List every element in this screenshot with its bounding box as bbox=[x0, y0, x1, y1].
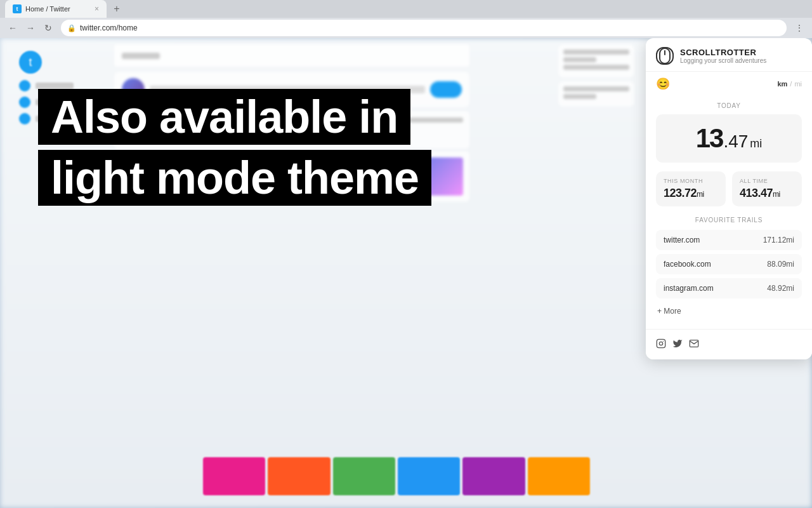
today-unit: mi bbox=[750, 137, 762, 150]
trending-card bbox=[558, 44, 634, 77]
overlay-text-block: Also available in light mode theme bbox=[0, 89, 622, 206]
app-name: SCROLLTROTTER bbox=[680, 48, 766, 57]
unit-mi[interactable]: mi bbox=[794, 80, 802, 88]
this-month-card: THIS MONTH 123.72mi bbox=[656, 171, 726, 206]
trending-line bbox=[563, 57, 596, 62]
color-segment-pink bbox=[203, 457, 265, 495]
this-month-value: 123.72mi bbox=[664, 187, 718, 200]
stats-row: THIS MONTH 123.72mi ALL TIME 413.47mi bbox=[656, 171, 802, 206]
tab-close-icon[interactable]: × bbox=[95, 4, 99, 13]
twitter-bird-icon: t bbox=[19, 51, 42, 74]
color-bar-preview bbox=[203, 457, 590, 495]
email-icon[interactable] bbox=[689, 338, 699, 351]
trail-row-facebook: facebook.com 88.09mi bbox=[656, 254, 802, 274]
this-month-unit: mi bbox=[697, 190, 704, 199]
trail-value: 48.92mi bbox=[767, 284, 794, 293]
url-text: twitter.com/home bbox=[80, 23, 138, 32]
reload-button[interactable]: ↻ bbox=[41, 20, 56, 36]
mouse-icon bbox=[656, 47, 674, 65]
emoji-unit-row: 😊 km / mi bbox=[646, 72, 812, 93]
trails-label: FAVOURITE TRAILS bbox=[656, 217, 802, 224]
today-num-decimal: .47 bbox=[723, 131, 748, 152]
forward-button[interactable]: → bbox=[23, 20, 38, 36]
trending-line bbox=[563, 50, 629, 55]
color-segment-blue bbox=[398, 457, 460, 495]
unit-separator: / bbox=[790, 80, 792, 88]
widget-title-group: SCROLLTROTTER Logging your scroll advent… bbox=[680, 48, 766, 64]
more-link-container[interactable]: + More bbox=[656, 302, 802, 319]
trail-row-instagram: instagram.com 48.92mi bbox=[656, 278, 802, 298]
this-month-decimal: .72 bbox=[682, 187, 697, 199]
trail-value: 88.09mi bbox=[767, 260, 794, 269]
scrolltrotter-widget: SCROLLTROTTER Logging your scroll advent… bbox=[646, 38, 812, 359]
tab-label: Home / Twitter bbox=[25, 5, 70, 13]
today-label: TODAY bbox=[656, 102, 802, 109]
all-time-card: ALL TIME 413.47mi bbox=[732, 171, 802, 206]
today-card: 13 .47 mi bbox=[656, 114, 802, 163]
browser-frame: t Home / Twitter × + ← → ↻ 🔒 twitter.com… bbox=[0, 0, 812, 508]
browser-chrome: t Home / Twitter × + ← → ↻ 🔒 twitter.com… bbox=[0, 0, 812, 38]
svg-rect-3 bbox=[657, 339, 665, 347]
feed-header bbox=[114, 44, 469, 67]
trail-name: instagram.com bbox=[664, 284, 714, 293]
color-segment-orange bbox=[268, 457, 330, 495]
unit-km[interactable]: km bbox=[777, 80, 787, 88]
trail-row-twitter: twitter.com 171.12mi bbox=[656, 230, 802, 250]
all-time-whole: 413 bbox=[740, 187, 758, 199]
mouse-svg bbox=[659, 48, 671, 64]
trail-name: twitter.com bbox=[664, 236, 700, 244]
all-time-value: 413.47mi bbox=[740, 187, 794, 200]
lock-icon: 🔒 bbox=[67, 24, 76, 32]
instagram-icon[interactable] bbox=[656, 338, 666, 351]
color-segment-green bbox=[333, 457, 395, 495]
app-tagline: Logging your scroll adventures bbox=[680, 57, 766, 64]
more-link[interactable]: + More bbox=[657, 305, 681, 317]
svg-point-5 bbox=[663, 341, 664, 342]
main-content: t bbox=[0, 38, 812, 508]
feed-header-text bbox=[122, 53, 160, 59]
trail-value: 171.12mi bbox=[763, 236, 794, 244]
color-segment-purple bbox=[462, 457, 525, 495]
address-bar[interactable]: 🔒 twitter.com/home bbox=[61, 20, 787, 36]
all-time-decimal: .47 bbox=[758, 187, 773, 199]
active-tab[interactable]: t Home / Twitter × bbox=[5, 0, 107, 18]
trending-line bbox=[563, 65, 629, 70]
today-value: 13 .47 mi bbox=[665, 123, 793, 154]
tab-favicon: t bbox=[13, 4, 22, 13]
smiley-icon: 😊 bbox=[656, 77, 670, 91]
widget-header: SCROLLTROTTER Logging your scroll advent… bbox=[646, 38, 812, 72]
new-tab-button[interactable]: + bbox=[108, 0, 126, 18]
svg-point-4 bbox=[659, 342, 662, 345]
this-month-whole: 123 bbox=[664, 187, 682, 199]
twitter-icon[interactable] bbox=[672, 338, 683, 351]
widget-body: TODAY 13 .47 mi THIS MONTH 123.72mi bbox=[646, 93, 812, 328]
today-num-whole: 13 bbox=[696, 123, 723, 154]
back-button[interactable]: ← bbox=[5, 20, 20, 36]
trail-name: facebook.com bbox=[664, 260, 711, 269]
menu-button[interactable]: ⋮ bbox=[792, 20, 807, 36]
nav-bar: ← → ↻ 🔒 twitter.com/home ⋮ bbox=[0, 18, 812, 38]
nav-label bbox=[36, 83, 74, 89]
all-time-unit: mi bbox=[773, 190, 780, 199]
all-time-label: ALL TIME bbox=[740, 178, 794, 184]
this-month-label: THIS MONTH bbox=[664, 178, 718, 184]
color-segment-yellow bbox=[528, 457, 590, 495]
overlay-line-2: light mode theme bbox=[38, 150, 431, 206]
widget-footer bbox=[646, 329, 812, 359]
tab-bar: t Home / Twitter × + bbox=[0, 0, 812, 18]
unit-toggle[interactable]: km / mi bbox=[777, 80, 802, 88]
overlay-line-1: Also available in bbox=[38, 89, 410, 145]
